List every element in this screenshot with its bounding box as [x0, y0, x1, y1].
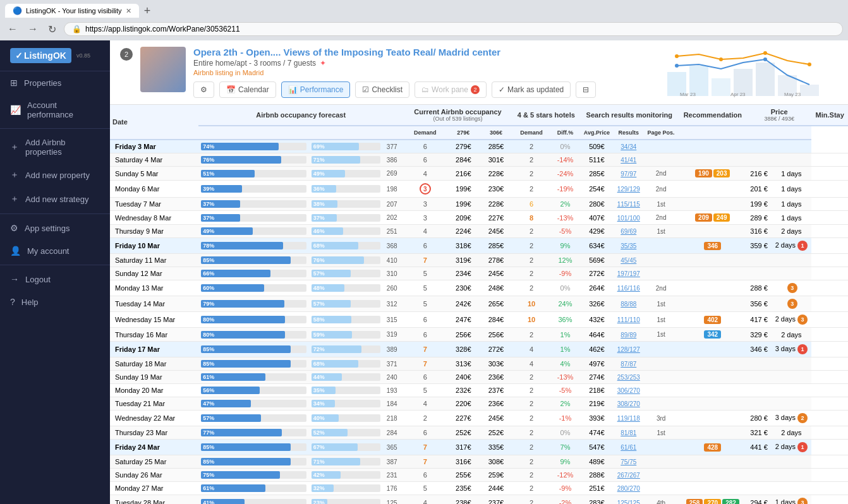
- results-cell[interactable]: 115/115: [614, 198, 644, 211]
- results-link[interactable]: 41/41: [621, 157, 636, 164]
- results-cell[interactable]: 119/118: [614, 411, 644, 426]
- results-link[interactable]: 81/81: [621, 429, 636, 436]
- add-airbnb-icon: ＋: [10, 141, 19, 153]
- results-link[interactable]: 45/45: [621, 257, 636, 264]
- results-cell[interactable]: 306/270: [614, 384, 644, 397]
- results-link[interactable]: 197/197: [617, 270, 640, 277]
- results-link[interactable]: 115/115: [617, 201, 640, 208]
- results-cell[interactable]: 45/45: [614, 254, 644, 267]
- rec-cell: [679, 198, 747, 211]
- results-link[interactable]: 75/75: [621, 459, 636, 465]
- data-table-container[interactable]: Date Airbnb occupancy forecast Current A…: [110, 105, 848, 504]
- results-link[interactable]: 280/270: [617, 485, 640, 492]
- table-row: Wednesday 8 Mar 37% 37% 202 3 209€ 227€ …: [110, 211, 848, 225]
- curr-num: 315: [383, 316, 401, 323]
- sidebar-item-app-settings[interactable]: ⚙ App settings: [0, 217, 110, 239]
- sidebar-label-add-property: Add new property: [25, 171, 90, 180]
- workpane-button[interactable]: 🗂 Work pane 2: [415, 81, 487, 98]
- property-link[interactable]: Airbnb listing in Madrid: [193, 69, 653, 76]
- sidebar-item-properties[interactable]: ⊞ Properties: [0, 71, 110, 94]
- results-cell[interactable]: 61/61: [614, 440, 644, 455]
- results-link[interactable]: 119/118: [617, 415, 640, 422]
- sidebar-item-my-account[interactable]: 👤 My account: [0, 239, 110, 262]
- results-cell[interactable]: 87/87: [614, 357, 644, 371]
- active-tab[interactable]: 🔵 ListingOK - Your listing visibility ✕: [5, 4, 139, 18]
- sidebar-item-add-airbnb[interactable]: ＋ Add Airbnb properties: [0, 131, 110, 163]
- calendar-label: Calendar: [238, 85, 269, 94]
- results-cell[interactable]: 101/100: [614, 211, 644, 225]
- filter-button[interactable]: ⊟: [576, 81, 596, 98]
- svg-rect-6: [800, 85, 819, 96]
- header-avg-price: Avg.Price: [580, 126, 614, 140]
- results-link[interactable]: 89/89: [621, 332, 636, 339]
- settings-button[interactable]: ⚙: [193, 81, 214, 98]
- performance-button[interactable]: 📊 Performance: [281, 81, 351, 98]
- results-link[interactable]: 97/97: [621, 171, 636, 177]
- new-tab-btn[interactable]: +: [144, 4, 151, 18]
- results-link[interactable]: 61/61: [621, 444, 636, 451]
- calendar-button[interactable]: 📅 Calendar: [219, 81, 276, 98]
- results-cell[interactable]: 75/75: [614, 455, 644, 469]
- checklist-icon: ☑: [362, 85, 369, 94]
- results-cell[interactable]: 41/41: [614, 153, 644, 167]
- price-sub: 388€ / 493€: [749, 116, 809, 122]
- results-cell[interactable]: 81/81: [614, 426, 644, 440]
- sidebar-label-account-performance: Account performance: [27, 100, 100, 119]
- page-pos-cell: 2nd: [644, 280, 679, 296]
- results-cell[interactable]: 111/110: [614, 312, 644, 328]
- date-cell: Monday 20 Mar: [110, 384, 198, 397]
- sidebar-item-logout[interactable]: → Logout: [0, 268, 110, 291]
- results-cell[interactable]: 34/34: [614, 140, 644, 153]
- demand-cell: 7: [403, 357, 447, 371]
- price-cell: 346 €: [747, 342, 771, 357]
- occ-bar2-cell: 42% 231: [309, 469, 403, 482]
- results-cell[interactable]: 280/270: [614, 482, 644, 495]
- results-link[interactable]: 87/87: [621, 361, 636, 368]
- price-bb-cell: 303€: [480, 357, 512, 371]
- curr-num: 365: [383, 444, 401, 451]
- results-cell[interactable]: 308/270: [614, 397, 644, 411]
- demand-value: 6: [423, 331, 427, 339]
- results-cell[interactable]: 89/89: [614, 328, 644, 342]
- results-link[interactable]: 111/110: [617, 316, 640, 323]
- forward-btn[interactable]: →: [25, 22, 40, 36]
- results-cell[interactable]: 69/69: [614, 225, 644, 238]
- results-cell[interactable]: 128/127: [614, 342, 644, 357]
- results-link[interactable]: 35/35: [621, 243, 636, 249]
- results-cell[interactable]: 88/88: [614, 296, 644, 312]
- results-cell[interactable]: 197/197: [614, 267, 644, 280]
- checklist-button[interactable]: ☑ Checklist: [355, 81, 409, 98]
- sidebar-item-add-property[interactable]: ＋ Add new property: [0, 163, 110, 187]
- sidebar-item-help[interactable]: ? Help: [0, 291, 110, 313]
- mark-updated-button[interactable]: ✓ Mark as updated: [492, 81, 571, 98]
- results-cell[interactable]: 35/35: [614, 238, 644, 254]
- back-btn[interactable]: ←: [5, 22, 20, 36]
- results-link[interactable]: 69/69: [621, 228, 636, 235]
- results-cell[interactable]: 97/97: [614, 167, 644, 181]
- results-link[interactable]: 101/100: [617, 215, 640, 222]
- occ-bar1-cell: 78%: [198, 238, 308, 254]
- tab-close[interactable]: ✕: [126, 7, 131, 15]
- results-link[interactable]: 267/267: [617, 472, 640, 479]
- hotel-diff-cell: 2%: [550, 198, 580, 211]
- sidebar-item-add-strategy[interactable]: ＋ Add new strategy: [0, 187, 110, 211]
- results-link[interactable]: 253/253: [617, 374, 640, 381]
- results-cell[interactable]: 116/116: [614, 280, 644, 296]
- results-cell[interactable]: 125/125: [614, 495, 644, 505]
- results-link[interactable]: 129/129: [617, 186, 640, 193]
- results-link[interactable]: 34/34: [621, 143, 636, 150]
- results-link[interactable]: 128/127: [617, 346, 640, 353]
- demand-cell: 6: [403, 426, 447, 440]
- results-link[interactable]: 125/125: [617, 500, 640, 504]
- results-link[interactable]: 88/88: [621, 301, 636, 308]
- results-cell[interactable]: 129/129: [614, 181, 644, 198]
- results-link[interactable]: 308/270: [617, 400, 640, 407]
- refresh-btn[interactable]: ↻: [45, 22, 59, 37]
- rec-badge: 203: [713, 169, 730, 177]
- results-cell[interactable]: 267/267: [614, 469, 644, 482]
- results-link[interactable]: 116/116: [617, 285, 640, 292]
- results-cell[interactable]: 253/253: [614, 371, 644, 384]
- address-bar[interactable]: 🔒 https://app.listingok.com/WorkPane/305…: [64, 22, 843, 36]
- results-link[interactable]: 306/270: [617, 387, 640, 394]
- sidebar-item-account-performance[interactable]: 📈 Account performance: [0, 94, 110, 126]
